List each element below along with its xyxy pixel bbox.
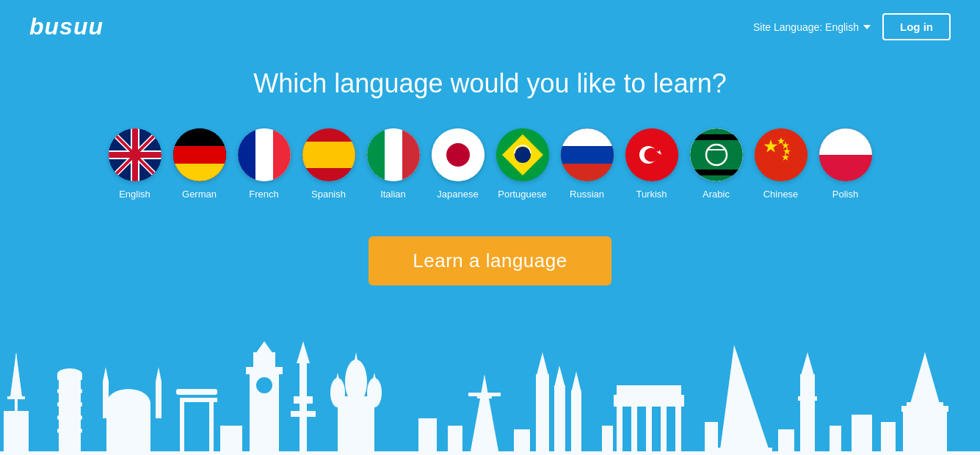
svg-rect-62 bbox=[57, 389, 82, 393]
language-item-arabic[interactable]: Arabic bbox=[690, 128, 743, 200]
svg-point-27 bbox=[446, 143, 470, 167]
svg-rect-99 bbox=[554, 385, 565, 455]
svg-rect-124 bbox=[514, 429, 530, 455]
language-item-portuguese[interactable]: Portuguese bbox=[496, 128, 549, 200]
svg-rect-107 bbox=[675, 404, 681, 455]
svg-rect-81 bbox=[257, 360, 272, 363]
skyline-silhouette bbox=[0, 338, 980, 455]
svg-marker-70 bbox=[103, 367, 109, 382]
svg-rect-12 bbox=[173, 128, 226, 146]
svg-rect-119 bbox=[901, 406, 948, 412]
language-name-spanish: Spanish bbox=[311, 189, 346, 200]
svg-rect-87 bbox=[338, 396, 374, 455]
language-item-turkish[interactable]: Turkish bbox=[625, 128, 678, 200]
svg-marker-80 bbox=[255, 341, 273, 354]
language-item-polish[interactable]: Polish bbox=[819, 128, 872, 200]
svg-rect-128 bbox=[830, 426, 841, 455]
svg-rect-54 bbox=[819, 128, 872, 155]
svg-rect-101 bbox=[571, 390, 581, 455]
language-item-russian[interactable]: Russian bbox=[561, 128, 614, 200]
svg-marker-72 bbox=[156, 367, 161, 382]
svg-rect-97 bbox=[536, 374, 549, 455]
language-name-russian: Russian bbox=[570, 189, 604, 200]
language-item-english[interactable]: English bbox=[109, 128, 161, 200]
svg-rect-106 bbox=[661, 404, 667, 455]
svg-rect-121 bbox=[220, 426, 242, 455]
svg-rect-130 bbox=[881, 422, 896, 455]
svg-rect-60 bbox=[59, 374, 81, 455]
svg-rect-127 bbox=[778, 429, 794, 455]
svg-rect-75 bbox=[176, 389, 217, 395]
svg-marker-100 bbox=[554, 365, 565, 387]
svg-rect-123 bbox=[448, 426, 462, 455]
svg-point-66 bbox=[57, 368, 82, 380]
language-name-chinese: Chinese bbox=[763, 189, 799, 200]
svg-rect-63 bbox=[57, 402, 82, 407]
language-name-italian: Italian bbox=[380, 189, 406, 200]
language-name-german: German bbox=[182, 189, 217, 200]
svg-rect-114 bbox=[798, 396, 817, 401]
svg-rect-24 bbox=[367, 128, 385, 181]
svg-point-46 bbox=[755, 128, 807, 181]
flag-arabic bbox=[690, 128, 743, 181]
svg-rect-65 bbox=[57, 429, 82, 433]
language-name-portuguese: Portuguese bbox=[498, 189, 547, 200]
language-name-turkish: Turkish bbox=[636, 189, 667, 200]
svg-marker-98 bbox=[536, 352, 549, 378]
main-content: Which language would you like to learn? … bbox=[0, 54, 980, 285]
language-item-italian[interactable]: Italian bbox=[367, 128, 420, 200]
chevron-down-icon[interactable] bbox=[863, 25, 871, 29]
svg-marker-58 bbox=[13, 352, 19, 382]
flag-french bbox=[238, 128, 291, 181]
learn-language-button[interactable]: Learn a language bbox=[369, 236, 611, 285]
header: busuu Site Language: English Log in bbox=[0, 0, 980, 54]
language-item-chinese[interactable]: Chinese bbox=[755, 128, 807, 200]
svg-rect-69 bbox=[103, 382, 109, 418]
header-right: Site Language: English Log in bbox=[753, 13, 951, 40]
svg-rect-131 bbox=[0, 451, 980, 455]
svg-rect-105 bbox=[646, 404, 652, 455]
svg-point-31 bbox=[515, 147, 531, 163]
flag-polish bbox=[819, 128, 872, 181]
svg-rect-71 bbox=[156, 382, 161, 418]
language-item-japanese[interactable]: Japanese bbox=[432, 128, 484, 200]
flag-japanese bbox=[432, 128, 484, 181]
svg-rect-103 bbox=[617, 404, 623, 455]
svg-rect-59 bbox=[4, 411, 29, 455]
svg-rect-96 bbox=[468, 393, 501, 396]
svg-marker-94 bbox=[470, 374, 499, 455]
language-name-polish: Polish bbox=[832, 189, 858, 200]
languages-row: English German French Spanish bbox=[109, 128, 872, 200]
site-language-selector[interactable]: Site Language: English bbox=[753, 21, 871, 33]
site-language-label: Site Language: English bbox=[753, 21, 859, 33]
flag-russian bbox=[561, 128, 614, 181]
svg-marker-113 bbox=[800, 352, 815, 378]
headline: Which language would you like to learn? bbox=[253, 68, 726, 99]
language-item-spanish[interactable]: Spanish bbox=[302, 128, 355, 200]
svg-rect-43 bbox=[690, 134, 743, 140]
flag-chinese bbox=[755, 128, 807, 181]
svg-rect-104 bbox=[631, 404, 637, 455]
svg-rect-73 bbox=[180, 400, 184, 455]
svg-rect-129 bbox=[852, 415, 872, 455]
language-name-french: French bbox=[249, 189, 278, 200]
login-button[interactable]: Log in bbox=[882, 13, 951, 40]
svg-rect-83 bbox=[300, 360, 307, 455]
svg-marker-102 bbox=[571, 371, 581, 393]
svg-rect-112 bbox=[800, 374, 815, 455]
svg-point-38 bbox=[644, 148, 658, 162]
flag-portuguese bbox=[496, 128, 549, 181]
flag-turkish bbox=[625, 128, 678, 181]
svg-rect-122 bbox=[418, 418, 437, 455]
svg-point-68 bbox=[106, 389, 150, 418]
svg-rect-21 bbox=[302, 142, 355, 168]
language-name-english: English bbox=[119, 189, 150, 200]
svg-rect-85 bbox=[294, 396, 313, 404]
svg-point-82 bbox=[255, 376, 273, 394]
flag-german bbox=[173, 128, 226, 181]
language-item-german[interactable]: German bbox=[173, 128, 226, 200]
flag-english bbox=[109, 128, 161, 181]
language-item-french[interactable]: French bbox=[238, 128, 291, 200]
svg-rect-56 bbox=[7, 396, 25, 399]
svg-rect-126 bbox=[705, 422, 718, 455]
